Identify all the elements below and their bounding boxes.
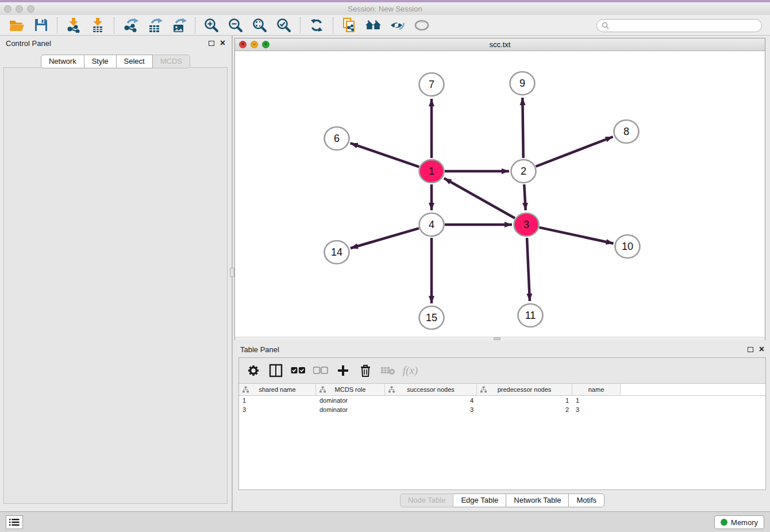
open-folder-icon xyxy=(9,19,25,32)
export-network-button[interactable] xyxy=(121,16,140,34)
refresh-button[interactable] xyxy=(307,16,326,34)
task-history-button[interactable] xyxy=(6,515,23,529)
tab-node-table[interactable]: Node Table xyxy=(400,494,454,507)
toolbar-separator xyxy=(114,17,114,33)
table-cell[interactable]: dominator xyxy=(316,406,385,413)
svg-text:9: 9 xyxy=(519,78,525,89)
svg-text:3: 3 xyxy=(523,219,529,230)
edge-2-8[interactable] xyxy=(536,137,613,167)
close-table-panel-icon[interactable]: × xyxy=(759,346,764,352)
column-header-name[interactable]: name xyxy=(572,384,621,395)
copy-network-button[interactable] xyxy=(340,16,359,34)
zoom-out-button[interactable] xyxy=(226,16,245,34)
delete-table-button[interactable] xyxy=(379,362,396,379)
graph-node-14[interactable]: 14 xyxy=(325,241,349,264)
show-graphics-details-button[interactable] xyxy=(413,16,431,34)
table-panel-title: Table Panel xyxy=(240,345,279,354)
edge-1-6[interactable] xyxy=(351,143,419,167)
table-cell[interactable]: 1 xyxy=(477,397,572,404)
search-field[interactable] xyxy=(596,19,762,32)
table-settings-button[interactable] xyxy=(245,362,262,379)
table-row[interactable]: 3dominator323 xyxy=(239,405,765,414)
table-cell[interactable]: 2 xyxy=(477,406,572,413)
show-columns-button[interactable] xyxy=(267,362,284,379)
zoom-in-button[interactable] xyxy=(202,16,221,34)
table-cell[interactable]: 4 xyxy=(385,397,477,404)
toolbar-separator xyxy=(195,17,195,33)
network-hscroll-thumb[interactable] xyxy=(494,337,500,340)
table-cell[interactable]: 3 xyxy=(385,406,477,413)
zoom-selected-button[interactable] xyxy=(275,16,293,34)
tab-edge-table[interactable]: Edge Table xyxy=(453,494,506,507)
tab-motifs[interactable]: Motifs xyxy=(569,494,605,507)
table-cell[interactable]: 1 xyxy=(572,397,621,404)
app-titlebar: Session: New Session xyxy=(0,2,770,15)
main-toolbar xyxy=(0,15,770,36)
float-panel-icon[interactable] xyxy=(209,41,214,46)
tab-mcds[interactable]: MCDS xyxy=(153,55,190,68)
memory-button[interactable]: Memory xyxy=(714,515,764,529)
graph-node-4[interactable]: 4 xyxy=(419,213,444,236)
edge-2-9[interactable] xyxy=(522,98,523,158)
graph-node-11[interactable]: 11 xyxy=(518,304,543,327)
unselect-all-columns-button[interactable] xyxy=(312,362,329,379)
table-panel-tabs: Node Table Edge Table Network Table Moti… xyxy=(234,494,770,507)
svg-text:10: 10 xyxy=(622,241,633,252)
graph-node-8[interactable]: 8 xyxy=(614,120,639,143)
column-header-MCDS-role[interactable]: MCDS role xyxy=(316,384,385,395)
graph-node-10[interactable]: 10 xyxy=(615,235,640,258)
edge-3-11[interactable] xyxy=(527,238,530,301)
search-input[interactable] xyxy=(611,21,761,31)
column-header-shared-name[interactable]: shared name xyxy=(239,384,316,395)
function-builder-label: f(x) xyxy=(403,364,418,377)
column-header-successor-nodes[interactable]: successor nodes xyxy=(385,384,477,395)
export-network-icon xyxy=(123,18,138,33)
column-header-predecessor-nodes[interactable]: predecessor nodes xyxy=(477,384,572,395)
edge-3-1[interactable] xyxy=(444,178,515,218)
graph-node-2[interactable]: 2 xyxy=(511,160,536,183)
attribute-type-icon xyxy=(319,386,326,393)
zoom-fit-button[interactable] xyxy=(251,16,269,34)
edge-4-14[interactable] xyxy=(351,228,419,248)
export-table-button[interactable] xyxy=(145,16,164,34)
table-cell[interactable]: 3 xyxy=(572,406,621,413)
create-column-button[interactable] xyxy=(334,362,352,379)
graph-node-6[interactable]: 6 xyxy=(325,127,349,150)
export-image-button[interactable] xyxy=(170,16,188,34)
network-hscrollbar[interactable] xyxy=(235,337,765,340)
import-table-button[interactable] xyxy=(88,16,107,34)
function-builder-button[interactable]: f(x) xyxy=(402,362,419,379)
graph-node-7[interactable]: 7 xyxy=(419,73,444,96)
select-all-columns-button[interactable] xyxy=(290,362,307,379)
close-panel-icon[interactable]: × xyxy=(220,40,225,46)
hide-graphics-details-button[interactable] xyxy=(388,16,407,34)
network-overview-button[interactable] xyxy=(364,16,383,34)
import-network-button[interactable] xyxy=(64,16,83,34)
graph-node-3[interactable]: 3 xyxy=(514,213,539,236)
graph-node-15[interactable]: 15 xyxy=(419,306,444,329)
table-cell[interactable]: dominator xyxy=(316,397,385,404)
tab-network[interactable]: Network xyxy=(41,55,84,68)
save-session-button[interactable] xyxy=(32,16,50,34)
panel-divider-handle[interactable] xyxy=(230,268,234,277)
tab-style[interactable]: Style xyxy=(84,55,117,68)
table-cell[interactable]: 1 xyxy=(239,397,316,404)
float-table-panel-icon[interactable] xyxy=(748,347,753,352)
edge-2-3[interactable] xyxy=(524,184,525,210)
status-bar: Memory xyxy=(0,511,770,532)
unselect-all-columns-icon xyxy=(313,367,328,375)
control-panel-title: Control Panel xyxy=(6,39,51,48)
network-canvas[interactable]: 7968124314101511 xyxy=(235,51,765,337)
graph-node-1[interactable]: 1 xyxy=(419,160,444,183)
tab-select[interactable]: Select xyxy=(117,55,153,68)
table-row[interactable]: 1dominator411 xyxy=(239,396,765,405)
svg-text:1: 1 xyxy=(429,165,434,177)
open-session-button[interactable] xyxy=(7,16,26,34)
tab-network-table[interactable]: Network Table xyxy=(506,494,569,507)
delete-column-button[interactable] xyxy=(357,362,374,379)
graph-node-9[interactable]: 9 xyxy=(510,72,535,95)
trash-icon xyxy=(360,364,371,377)
table-panel: Table Panel × f(x) shared nameMCDS roles… xyxy=(234,342,770,511)
edge-3-10[interactable] xyxy=(539,228,613,244)
table-cell[interactable]: 3 xyxy=(239,406,316,413)
